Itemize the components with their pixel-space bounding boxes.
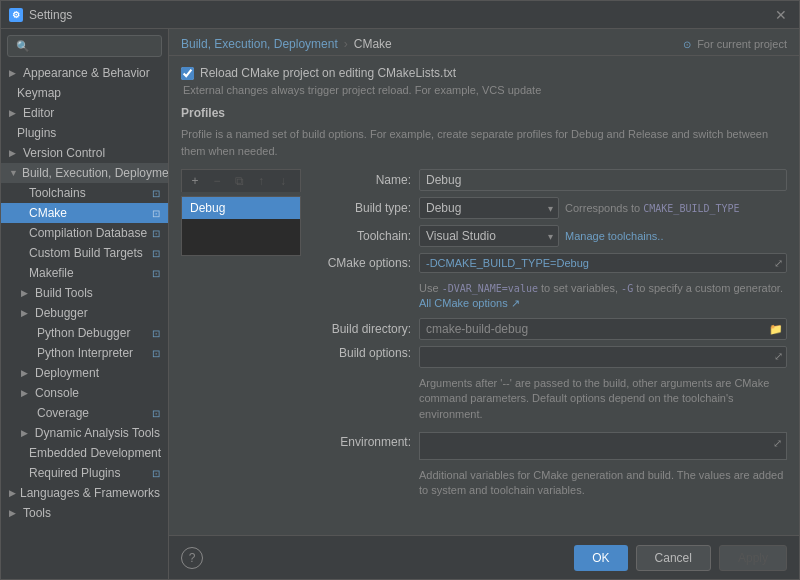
build-directory-row: Build directory: 📁 [311, 318, 787, 340]
sidebar-item-toolchains[interactable]: Toolchains ⊡ [1, 183, 168, 203]
environment-row: Environment: ⤢ [311, 432, 787, 460]
target-icon: ⊡ [152, 248, 160, 259]
sidebar-item-custom-build-targets[interactable]: Custom Build Targets ⊡ [1, 243, 168, 263]
arrow-icon: ▶ [21, 388, 31, 398]
sidebar-item-embedded-development[interactable]: Embedded Development [1, 443, 168, 463]
move-up-button[interactable]: ↑ [251, 172, 271, 190]
cmake-options-label: CMake options: [311, 256, 411, 270]
sidebar-item-console[interactable]: ▶ Console [1, 383, 168, 403]
close-button[interactable]: ✕ [771, 5, 791, 25]
environment-hint: Additional variables for CMake generatio… [311, 468, 787, 499]
arrow-icon: ▶ [21, 428, 31, 438]
sidebar-item-label: CMake [29, 206, 67, 220]
sidebar-item-label: Debugger [35, 306, 88, 320]
build-options-input-wrap: ⤢ [419, 346, 787, 368]
build-directory-input-wrap: 📁 [419, 318, 787, 340]
name-row: Name: [311, 169, 787, 191]
reload-label: Reload CMake project on editing CMakeLis… [200, 66, 456, 80]
arrow-icon: ▶ [9, 108, 19, 118]
search-input[interactable] [7, 35, 162, 57]
sidebar-tree: ▶ Appearance & Behavior Keymap ▶ Editor … [1, 63, 168, 579]
sidebar-item-dynamic-analysis[interactable]: ▶ Dynamic Analysis Tools [1, 423, 168, 443]
help-button[interactable]: ? [181, 547, 203, 569]
sidebar-item-editor[interactable]: ▶ Editor [1, 103, 168, 123]
sidebar-item-build-tools[interactable]: ▶ Build Tools [1, 283, 168, 303]
environment-table[interactable]: ⤢ [419, 432, 787, 460]
build-options-input[interactable] [419, 346, 787, 368]
sidebar-item-version-control[interactable]: ▶ Version Control [1, 143, 168, 163]
plugins-icon: ⊡ [152, 468, 160, 479]
reload-checkbox[interactable] [181, 67, 194, 80]
arrow-icon: ▶ [9, 68, 19, 78]
sidebar-item-build-execution[interactable]: ▼ Build, Execution, Deployment [1, 163, 168, 183]
sidebar-item-label: Compilation Database [29, 226, 147, 240]
reload-checkbox-row: Reload CMake project on editing CMakeLis… [181, 66, 787, 80]
sidebar-item-coverage[interactable]: Coverage ⊡ [1, 403, 168, 423]
profiles-label: Profiles [181, 106, 787, 120]
env-expand-icon[interactable]: ⤢ [773, 437, 782, 450]
arrow-expanded-icon: ▼ [9, 168, 18, 178]
build-type-select-wrap: Debug Release RelWithDebInfo MinSizeRel … [419, 197, 787, 219]
sidebar-item-compilation-database[interactable]: Compilation Database ⊡ [1, 223, 168, 243]
for-current-project-label[interactable]: ⊙ For current project [683, 38, 787, 50]
sidebar-item-required-plugins[interactable]: Required Plugins ⊡ [1, 463, 168, 483]
sidebar-item-python-debugger[interactable]: Python Debugger ⊡ [1, 323, 168, 343]
breadcrumb-link-build[interactable]: Build, Execution, Deployment [181, 37, 338, 51]
move-down-button[interactable]: ↓ [273, 172, 293, 190]
cmake-options-expand-icon[interactable]: ⤢ [774, 257, 783, 270]
sidebar-item-label: Version Control [23, 146, 105, 160]
sidebar-item-label: Tools [23, 506, 51, 520]
cmake-options-input[interactable] [419, 253, 787, 273]
sidebar-item-deployment[interactable]: ▶ Deployment [1, 363, 168, 383]
app-icon: ⚙ [9, 8, 23, 22]
build-directory-label: Build directory: [311, 322, 411, 336]
build-type-hint: Corresponds to CMAKE_BUILD_TYPE [565, 202, 740, 214]
sidebar-item-cmake[interactable]: CMake ⊡ [1, 203, 168, 223]
sidebar-item-label: Dynamic Analysis Tools [35, 426, 160, 440]
build-directory-input[interactable] [419, 318, 787, 340]
sidebar-item-makefile[interactable]: Makefile ⊡ [1, 263, 168, 283]
sidebar-item-keymap[interactable]: Keymap [1, 83, 168, 103]
sidebar-item-languages-frameworks[interactable]: ▶ Languages & Frameworks [1, 483, 168, 503]
build-type-select[interactable]: Debug Release RelWithDebInfo MinSizeRel [419, 197, 559, 219]
copy-profile-button[interactable]: ⧉ [229, 172, 249, 190]
breadcrumb: Build, Execution, Deployment › CMake ⊙ F… [169, 29, 799, 56]
sidebar-item-python-interpreter[interactable]: Python Interpreter ⊡ [1, 343, 168, 363]
sidebar-item-plugins[interactable]: Plugins [1, 123, 168, 143]
add-profile-button[interactable]: + [185, 172, 205, 190]
all-cmake-options-link[interactable]: All CMake options ↗ [419, 297, 520, 309]
sidebar-item-tools[interactable]: ▶ Tools [1, 503, 168, 523]
sidebar-item-label: Languages & Frameworks [20, 486, 160, 500]
breadcrumb-separator: › [344, 37, 348, 51]
sidebar-item-label: Keymap [17, 86, 61, 100]
title-bar-left: ⚙ Settings [9, 8, 72, 22]
name-input[interactable] [419, 169, 787, 191]
sidebar-item-label: Deployment [35, 366, 99, 380]
ok-button[interactable]: OK [574, 545, 627, 571]
sidebar-item-debugger[interactable]: ▶ Debugger [1, 303, 168, 323]
build-options-hint: Arguments after '--' are passed to the b… [311, 376, 787, 422]
bottom-bar: ? OK Cancel Apply [169, 535, 799, 579]
arrow-icon: ▶ [9, 488, 16, 498]
browse-icon[interactable]: 📁 [769, 322, 783, 335]
sidebar-item-label: Required Plugins [29, 466, 120, 480]
sidebar-item-label: Editor [23, 106, 54, 120]
settings-icon: ⊡ [152, 188, 160, 199]
cancel-button[interactable]: Cancel [636, 545, 711, 571]
external-changes-hint: External changes always trigger project … [181, 84, 787, 96]
sidebar-item-appearance[interactable]: ▶ Appearance & Behavior [1, 63, 168, 83]
sidebar-item-label: Build, Execution, Deployment [22, 166, 168, 180]
remove-profile-button[interactable]: − [207, 172, 227, 190]
sidebar: ▶ Appearance & Behavior Keymap ▶ Editor … [1, 29, 169, 579]
profiles-desc: Profile is a named set of build options.… [181, 126, 787, 159]
cmake-options-hint: Use -DVAR_NAME=value to set variables, -… [311, 281, 787, 312]
profile-item-debug[interactable]: Debug [182, 197, 300, 219]
apply-button[interactable]: Apply [719, 545, 787, 571]
build-options-expand-icon[interactable]: ⤢ [774, 350, 783, 363]
manage-toolchains-link[interactable]: Manage toolchains.. [565, 230, 663, 242]
breadcrumb-current: CMake [354, 37, 392, 51]
cmake-options-row: CMake options: ⤢ [311, 253, 787, 273]
toolchain-select[interactable]: Visual Studio Default MinGW [419, 225, 559, 247]
profiles-toolbar: + − ⧉ ↑ ↓ [181, 169, 301, 192]
cmake-icon: ⊡ [152, 208, 160, 219]
